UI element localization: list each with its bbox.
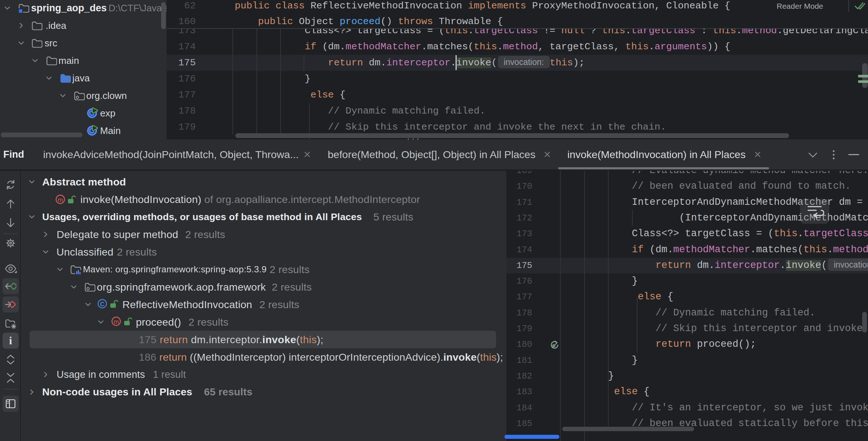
svg-text:m: m: [58, 196, 63, 203]
svg-text:C: C: [100, 301, 104, 308]
svg-text:m: m: [114, 318, 119, 325]
